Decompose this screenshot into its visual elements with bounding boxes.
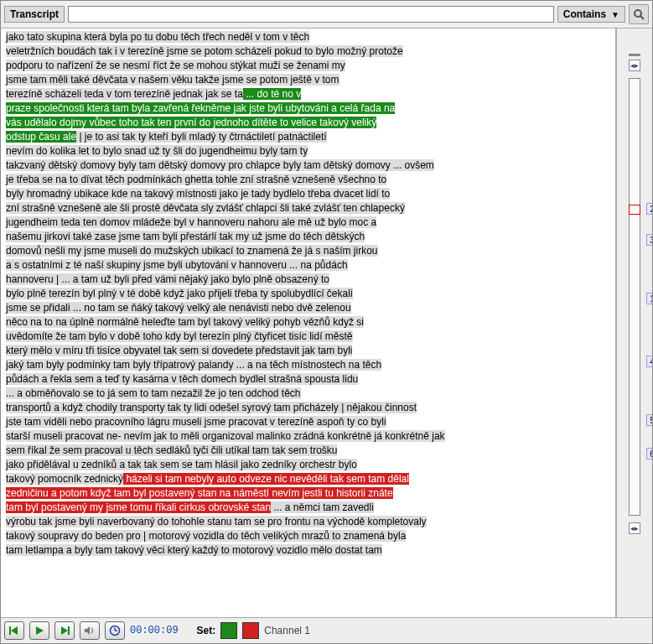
search-input[interactable]	[68, 6, 554, 23]
svg-marker-5	[61, 626, 68, 635]
svg-marker-4	[36, 626, 44, 635]
time-display: 00:00:09	[130, 625, 179, 636]
timeline-marker-1[interactable]: 1	[646, 293, 652, 304]
speaker-icon	[84, 626, 96, 636]
volume-button[interactable]	[80, 621, 100, 640]
next-button[interactable]	[54, 621, 75, 640]
transcript-segment[interactable]: ... a němci tam zavedli	[271, 501, 374, 513]
collapse-icon[interactable]: ◂▸	[629, 60, 640, 71]
clock-button[interactable]	[105, 621, 125, 640]
transcript-segment[interactable]: tam byl postavený my jsme tomu říkali ci…	[6, 501, 271, 513]
transcript-segment[interactable]: takový soupravy do beden pro | motorový …	[6, 530, 406, 542]
app-window: Transcript Contains ▼ jako tato skupina …	[0, 0, 653, 644]
transcript-segment[interactable]: který mělo v míru tři tisíce obyvatel ta…	[6, 345, 352, 356]
timeline-marker-3[interactable]: 3	[646, 234, 652, 246]
svg-point-0	[635, 10, 641, 17]
transcript-segment[interactable]: výrobu tak jsme byli naverbovaný do toho…	[6, 516, 427, 527]
transcript-segment[interactable]: házeli si tam nebyly auto odveze nic nev…	[123, 473, 409, 485]
transcript-segment[interactable]: jako přidělával u zedníků a tak tak sem …	[6, 459, 357, 470]
transcript-segment[interactable]: praze společnosti která tam byla zavřená…	[6, 102, 395, 114]
play-button[interactable]	[29, 621, 49, 640]
timeline-sidebar: ◂▸ 2 3 1 4 5 6 ◂▸	[616, 29, 652, 617]
transcript-segment[interactable]: nevím do kolika let to bylo snad už ty š…	[6, 145, 308, 157]
timeline-marker-6[interactable]: 6	[646, 448, 652, 460]
transcript-segment[interactable]: jako tato skupina která byla po tu dobu …	[6, 31, 309, 43]
transcript-segment[interactable]: jsme tam měli také děvčata v našem věku …	[6, 74, 339, 86]
timeline-track[interactable]: 2 3 1 4 5 6	[629, 78, 640, 516]
transcript-segment[interactable]: jste tam viděli nebo pracovního lágru mu…	[6, 416, 386, 428]
transcript-segment[interactable]: starší museli pracovat ne- nevím jak to …	[6, 430, 445, 442]
transcript-segment[interactable]: takový pomocník zednický	[6, 473, 123, 485]
clock-icon	[109, 625, 121, 636]
transcript-pane[interactable]: jako tato skupina která byla po tu dobu …	[1, 29, 616, 617]
set-label: Set:	[197, 625, 216, 636]
expand-icon[interactable]: ◂▸	[629, 522, 640, 534]
transcript-segment[interactable]: jaký tam byly podmínky tam byly třípatro…	[6, 359, 381, 371]
transcript-segment[interactable]: bylo plně terezín byl plný v té době kdy…	[6, 288, 353, 299]
timeline-marker-2[interactable]: 2	[646, 203, 652, 215]
transcript-segment[interactable]: tam letlampa a byly tam takový věci kter…	[6, 544, 382, 556]
svg-marker-2	[11, 626, 18, 635]
transcript-segment[interactable]: a s ostatními z té naší skupiny jsme byl…	[6, 259, 348, 271]
top-toolbar: Transcript Contains ▼	[1, 1, 652, 29]
transcript-segment[interactable]: podporu to nařízení že se nesmí říct že …	[6, 60, 345, 71]
transcript-segment[interactable]: jugendheim teda ten domov mládeže byl v …	[6, 216, 376, 228]
next-icon	[60, 626, 70, 636]
transcript-segment[interactable]: odstup času ale	[6, 131, 76, 143]
transcript-label: Transcript	[4, 6, 65, 23]
timeline-marker-4[interactable]: 4	[646, 356, 652, 367]
timeline-cursor[interactable]	[629, 205, 640, 215]
svg-rect-6	[68, 626, 70, 635]
transcript-segment[interactable]: transportů a když chodily transporty tak…	[6, 402, 417, 413]
search-button[interactable]	[629, 4, 649, 24]
transcript-segment[interactable]: zní strašně vznešeně ale šli prostě děvč…	[6, 202, 405, 214]
chevron-down-icon: ▼	[611, 10, 619, 19]
svg-marker-7	[85, 626, 90, 635]
set-green-swatch[interactable]	[220, 622, 237, 639]
transcript-segment[interactable]: půdách a řekla sem a teď ty kasárna v tě…	[6, 373, 358, 385]
magnifier-icon	[633, 8, 645, 20]
transcript-segment[interactable]: terezíně scházeli teda v tom terezíně je…	[6, 88, 243, 100]
set-red-swatch[interactable]	[242, 622, 259, 639]
match-mode-dropdown[interactable]: Contains ▼	[557, 6, 625, 23]
svg-line-1	[640, 16, 644, 19]
dropdown-value: Contains	[563, 8, 606, 20]
transcript-segment[interactable]: domovů nešli my jsme museli do mužských …	[6, 245, 378, 257]
play-icon	[34, 626, 44, 636]
transcript-segment[interactable]: jsme se přidali ... no tam se ňáký takov…	[6, 302, 351, 314]
svg-rect-3	[9, 626, 11, 635]
overview-icon	[629, 54, 640, 56]
transcript-segment[interactable]: našemu jirkovi také zase jsme tam byli p…	[6, 231, 365, 242]
transcript-segment[interactable]: je třeba se na to dívat těch podmínkách …	[6, 174, 386, 185]
transcript-segment[interactable]: vás udělalo dojmy vůbec toho tak ten prv…	[6, 117, 376, 128]
transcript-segment[interactable]: ... a obměňovalo se to já sem to tam nez…	[6, 387, 301, 399]
channel-label: Channel 1	[264, 625, 310, 636]
transcript-segment[interactable]: hannoveru | ... a tam už byli před vámi …	[6, 273, 329, 285]
transcript-segment[interactable]: zedničinu a potom když tam byl postavený…	[6, 487, 393, 499]
transcript-segment[interactable]: uvědomíte že tam bylo v době toho kdy by…	[6, 330, 353, 342]
bottom-toolbar: 00:00:09 Set: Channel 1	[1, 617, 652, 643]
main-body: jako tato skupina která byla po tu dobu …	[1, 29, 652, 617]
transcript-segment[interactable]: byly hromadný ubikace kde na takový míst…	[6, 188, 390, 200]
timeline-marker-5[interactable]: 5	[646, 414, 652, 426]
prev-button[interactable]	[4, 621, 24, 640]
prev-icon	[9, 626, 19, 636]
transcript-segment[interactable]: | je to asi tak ty kteří byli mladý ty č…	[76, 131, 327, 143]
transcript-segment[interactable]: veletržních boudách tak i v terezíně jsm…	[6, 45, 403, 57]
transcript-segment[interactable]: ... do té no v	[243, 88, 301, 100]
transcript-segment[interactable]: takzvaný dětský domovy byly tam dětský d…	[6, 159, 434, 171]
transcript-segment[interactable]: sem říkal že sem pracoval u těch sedláků…	[6, 444, 337, 456]
transcript-segment[interactable]: něco na to na úplně normálně heleďte tam…	[6, 316, 364, 328]
